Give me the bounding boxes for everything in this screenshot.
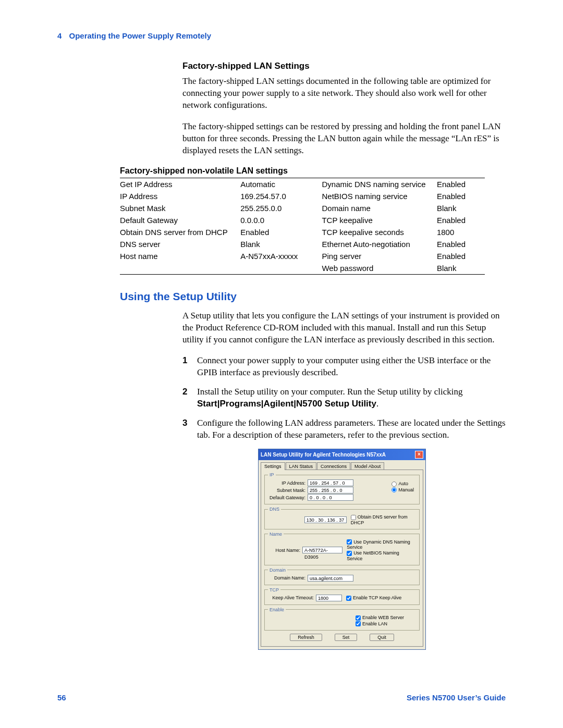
- table-row: Obtain DNS server from DHCPEnabledTCP ke…: [120, 226, 485, 238]
- dns-group: DNS 130 . 30 . 136 . 37 Obtain DNS serve…: [264, 507, 420, 529]
- step-number: 3: [182, 417, 197, 441]
- domain-input[interactable]: usa.agilent.com: [308, 575, 353, 582]
- tab-settings[interactable]: Settings: [261, 462, 285, 470]
- table-row: DNS serverBlankEthernet Auto-negotiation…: [120, 238, 485, 250]
- step-number: 2: [182, 386, 197, 410]
- domain-legend: Domain: [268, 567, 287, 573]
- tab-lan-status[interactable]: LAN Status: [286, 462, 317, 470]
- enable-lan-checkbox[interactable]: [356, 621, 361, 626]
- dialog-buttons: Refresh Set Quit: [264, 634, 420, 641]
- step-number: 1: [182, 355, 197, 379]
- dns-legend: DNS: [268, 507, 281, 512]
- ip-group: IP IP Address: 169 . 254 . 57 . 0 Subnet…: [264, 472, 420, 504]
- dialog-titlebar[interactable]: LAN Setup Utility for Agilent Technologi…: [259, 449, 425, 460]
- enable-legend: Enable: [268, 607, 286, 612]
- lan-table-title: Factory-shipped non-volatile LAN setting…: [120, 166, 485, 176]
- hostname-label: Host Name:: [268, 548, 302, 553]
- gateway-label: Default Gateway:: [268, 495, 308, 500]
- step-item: 3Configure the following LAN address par…: [182, 417, 506, 441]
- ip-address-label: IP Address:: [268, 480, 308, 486]
- table-row: Default Gateway0.0.0.0TCP keepaliveEnabl…: [120, 214, 485, 226]
- keepalive-input[interactable]: 1800: [316, 595, 342, 601]
- table-row: Get IP AddressAutomaticDynamic DNS namin…: [120, 178, 485, 190]
- setup-utility-dialog: LAN Setup Utility for Agilent Technologi…: [258, 449, 426, 650]
- step-item: 1Connect your power supply to your compu…: [182, 355, 506, 379]
- page-number: 56: [57, 693, 66, 702]
- domain-label: Domain Name:: [268, 575, 308, 581]
- dialog-title: LAN Setup Utility for Agilent Technologi…: [261, 452, 386, 458]
- domain-group: Domain Domain Name: usa.agilent.com: [264, 567, 420, 585]
- manual-radio[interactable]: [391, 487, 397, 492]
- chapter-number: 4: [57, 31, 62, 40]
- gateway-input[interactable]: 0 . 0 . 0 . 0: [308, 494, 353, 501]
- lan-settings-table: Factory-shipped non-volatile LAN setting…: [120, 166, 485, 275]
- setup-steps: 1Connect your power supply to your compu…: [182, 355, 506, 441]
- dns-dhcp-checkbox[interactable]: [351, 515, 356, 520]
- table-row: Web passwordBlank: [120, 262, 485, 274]
- ip-mode-radios: Auto Manual: [391, 480, 414, 493]
- chapter-title: Operating the Power Supply Remotely: [69, 31, 212, 40]
- set-button[interactable]: Set: [335, 634, 358, 641]
- quit-button[interactable]: Quit: [370, 634, 394, 641]
- tcp-legend: TCP: [268, 587, 280, 593]
- setup-intro: A Setup utility that lets you configure …: [182, 310, 506, 346]
- enable-group: Enable Enable WEB Server Enable LAN: [264, 607, 420, 631]
- step-text: Configure the following LAN address para…: [197, 417, 506, 441]
- step-text: Connect your power supply to your comput…: [197, 355, 506, 379]
- dialog-tabs: SettingsLAN StatusConnectionsModel About: [261, 462, 423, 470]
- keepalive-checkbox[interactable]: [346, 596, 351, 601]
- tab-model-about[interactable]: Model About: [351, 462, 384, 470]
- enable-web-checkbox[interactable]: [356, 615, 361, 621]
- name-legend: Name: [268, 532, 284, 537]
- close-icon[interactable]: ×: [415, 451, 423, 459]
- settings-tabpanel: IP IP Address: 169 . 254 . 57 . 0 Subnet…: [261, 470, 423, 647]
- netbios-checkbox[interactable]: [347, 551, 352, 556]
- step-text: Install the Setup utility on your comput…: [197, 386, 506, 410]
- manual-page: 4 Operating the Power Supply Remotely Fa…: [0, 0, 563, 728]
- subnet-mask-input[interactable]: 255 . 255 . 0 . 0: [308, 487, 353, 493]
- ip-legend: IP: [268, 472, 276, 477]
- table-row: Subnet Mask255.255.0.0Domain nameBlank: [120, 202, 485, 214]
- table-row: IP Address169.254.57.0NetBIOS naming ser…: [120, 190, 485, 202]
- keepalive-label: Keep Alive Timeout:: [268, 595, 316, 600]
- table-row: Host nameA-N57xxA-xxxxxPing serverEnable…: [120, 250, 485, 262]
- setup-heading: Using the Setup Utility: [120, 290, 506, 303]
- factory-heading: Factory-shipped LAN Settings: [182, 61, 506, 71]
- name-group: Name Host Name: A-N5772A-D3905 Use Dynam…: [264, 532, 420, 565]
- tcp-group: TCP Keep Alive Timeout: 1800 Enable TCP …: [264, 587, 420, 605]
- factory-p1: The factory-shipped LAN settings documen…: [182, 76, 506, 112]
- step-item: 2Install the Setup utility on your compu…: [182, 386, 506, 410]
- hostname-input[interactable]: A-N5772A-D3905: [302, 547, 342, 553]
- page-footer: 56 Series N5700 User’s Guide: [57, 693, 506, 702]
- running-header: 4 Operating the Power Supply Remotely: [57, 31, 506, 40]
- guide-title: Series N5700 User’s Guide: [407, 693, 506, 702]
- refresh-button[interactable]: Refresh: [290, 634, 322, 641]
- subnet-mask-label: Subnet Mask:: [268, 488, 308, 493]
- factory-p2: The factory-shipped settings can be rest…: [182, 121, 506, 157]
- tab-connections[interactable]: Connections: [317, 462, 350, 470]
- dns-input[interactable]: 130 . 30 . 136 . 37: [304, 516, 347, 523]
- ip-address-input[interactable]: 169 . 254 . 57 . 0: [308, 479, 353, 486]
- auto-radio[interactable]: [391, 482, 397, 487]
- dynamic-dns-checkbox[interactable]: [347, 539, 352, 545]
